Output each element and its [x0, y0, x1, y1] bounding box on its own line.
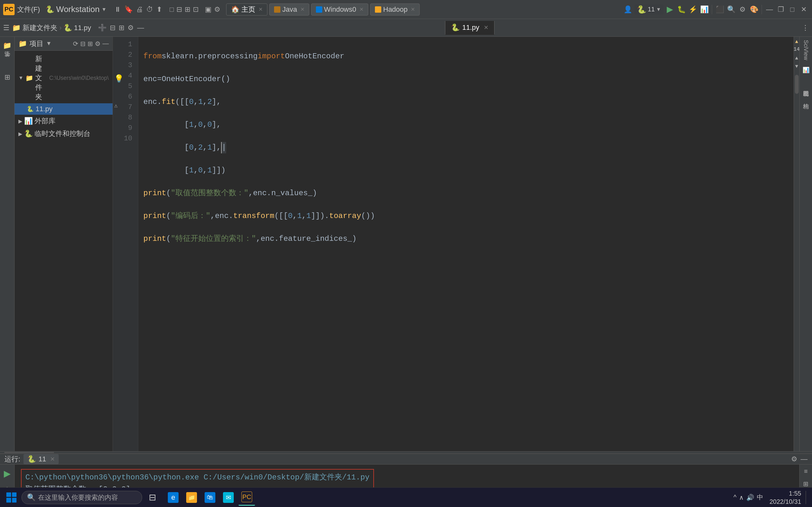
panel-settings-icon[interactable]: ⚙ — [95, 40, 101, 48]
run-settings-icon[interactable]: ⚙ — [791, 455, 798, 463]
pycharm-logo: 🐍 — [46, 5, 54, 14]
sciview-tab[interactable]: SciView — [803, 40, 809, 60]
panel-dropdown-arrow[interactable]: ▼ — [46, 40, 52, 47]
warning-count-badge: ▲ — [795, 38, 798, 46]
restore-button[interactable]: □ — [787, 4, 798, 14]
debug-button[interactable]: 🐛 — [676, 4, 687, 14]
scrollbar-thumb[interactable] — [795, 75, 799, 94]
panel-right-icon[interactable]: 📊 — [803, 66, 809, 73]
tab-hadoop-close[interactable]: ✕ — [411, 6, 415, 12]
taskbar-search[interactable]: 🔍 在这里输入你要搜索的内容 — [21, 491, 142, 504]
nav-up-icon[interactable]: ▲ — [795, 55, 798, 62]
stop-button[interactable]: ⬛ — [715, 4, 725, 14]
dropdown-arrow[interactable]: ▼ — [101, 7, 107, 12]
run-sidebar-icon2[interactable]: ⊞ — [803, 480, 809, 488]
taskbar-app-edge[interactable]: e — [165, 489, 182, 506]
file-tab-11py[interactable]: 🐍 11.py ✕ — [445, 21, 495, 35]
taskbar-app-store[interactable]: 🛍 — [202, 489, 218, 506]
expand-icon[interactable]: ⊞ — [119, 24, 124, 32]
history-icon[interactable]: ⏱ — [146, 5, 153, 14]
lib-icon: 📊 — [24, 117, 33, 125]
taskbar-task-view[interactable]: ⊟ — [144, 489, 160, 506]
print-icon[interactable]: 🖨 — [136, 5, 143, 14]
search-button[interactable]: 🔍 — [726, 4, 736, 14]
file-menu[interactable]: 文件(F) — [17, 5, 40, 14]
taskbar-app-mail[interactable]: ✉ — [220, 489, 237, 506]
run-button[interactable]: ▶ — [665, 4, 675, 14]
run-minimize-icon[interactable]: — — [801, 455, 808, 463]
file-tab-close[interactable]: ✕ — [484, 24, 489, 31]
systray-network-icon: ∧ — [739, 494, 744, 501]
taskbar-right: ^ ∧ 🔊 中 1:55 2022/10/31 — [730, 489, 809, 506]
code-content[interactable]: from sklearn.preprocessing import OneHot… — [138, 37, 794, 451]
user-button[interactable]: 👤 — [623, 4, 633, 14]
more-icon[interactable]: ⋮ — [802, 24, 809, 32]
layout2-icon[interactable]: ⊟ — [176, 5, 182, 14]
panel-collapse-all-icon[interactable]: ⊟ — [80, 40, 86, 48]
sidebar-bookmarks-icon[interactable]: 书签 — [2, 56, 13, 67]
upload-icon[interactable]: ⬆ — [156, 5, 162, 14]
panel-header: 📁 项目 ▼ ⟳ ⊟ ⊞ ⚙ — — [14, 37, 113, 51]
add-item-icon[interactable]: ➕ — [98, 24, 107, 32]
pause-icon[interactable]: ⏸ — [114, 5, 121, 14]
close-button[interactable]: ✕ — [799, 4, 809, 14]
profiler-button[interactable]: 📊 — [699, 4, 709, 14]
panel-toggle-icon[interactable]: ☰ — [3, 24, 9, 32]
search-placeholder: 在这里输入你要搜索的内容 — [38, 493, 118, 502]
tree-item-lib[interactable]: ▶ 📊 外部库 — [14, 115, 113, 127]
run-play-button[interactable]: ▶ — [2, 468, 13, 479]
run-coverage-button[interactable]: ⚡ — [688, 4, 698, 14]
home-icon: 🏠 — [231, 5, 240, 14]
panel-close-icon[interactable]: — — [102, 40, 109, 48]
tree-root-folder[interactable]: ▼ 📁 新建文件夹 C:\Users\win0\Desktop\ — [14, 53, 113, 103]
title-bar-left: PC 文件(F) 🐍 Workstation ▼ ⏸ 🔖 🖨 ⏱ ⬆ □ ⊟ ⊞… — [3, 3, 620, 15]
taskbar-app-explorer[interactable]: 📁 — [183, 489, 200, 506]
tab-java[interactable]: Java ✕ — [269, 3, 309, 15]
layout4-icon[interactable]: ⊡ — [193, 5, 199, 14]
tab-java-label: Java — [282, 5, 297, 14]
tab-java-close[interactable]: ✕ — [300, 6, 305, 12]
start-button[interactable] — [3, 489, 20, 506]
tree-item-temp[interactable]: ▶ 🐍 临时文件和控制台 — [14, 127, 113, 140]
maximize-button[interactable]: ❐ — [776, 4, 786, 14]
bulb-icon[interactable]: 💡 — [114, 73, 124, 85]
taskbar-app-pycharm[interactable]: PC — [239, 489, 255, 506]
right-scroll[interactable]: ▲ 14 ▲ ▼ — [794, 37, 799, 451]
code-editor[interactable]: 💡 ⚠ 1 2 3 4 5 6 7 8 9 10 from sklea — [113, 37, 799, 451]
show-desktop-button[interactable] — [806, 491, 809, 504]
panel-expand-all-icon[interactable]: ⊞ — [88, 40, 93, 48]
tab-home-close[interactable]: ✕ — [258, 6, 263, 12]
settings-button[interactable]: ⚙ — [738, 4, 748, 14]
tree-item-11py[interactable]: 🐍 11.py — [14, 103, 113, 115]
tab-hadoop[interactable]: Hadoop ✕ — [370, 3, 420, 15]
breadcrumb-file[interactable]: 11.py — [74, 24, 91, 32]
breadcrumb-root[interactable]: 新建文件夹 — [22, 23, 57, 33]
systray-icons[interactable]: ^ ∧ 🔊 中 — [730, 492, 766, 503]
tab-windows0[interactable]: Windows0 ✕ — [311, 3, 368, 15]
workstation-title: Workstation — [56, 4, 100, 14]
h-divider[interactable]: ━━━━━━━━━━━━━ — [0, 451, 812, 454]
nav-down-icon[interactable]: ▼ — [795, 63, 798, 70]
panel-sync-icon[interactable]: ⟳ — [73, 40, 78, 48]
theme-button[interactable]: 🎨 — [749, 4, 759, 14]
layout3-icon[interactable]: ⊞ — [185, 5, 190, 14]
run-config-arrow[interactable]: ▼ — [656, 7, 661, 12]
tab-home[interactable]: 🏠 主页 ✕ — [226, 3, 267, 15]
sidebar-structure-icon[interactable]: ⊞ — [2, 72, 13, 83]
terminal-icon[interactable]: ▣ — [205, 5, 212, 14]
bookmark-icon[interactable]: 🔖 — [124, 5, 133, 14]
run-sidebar-icon1[interactable]: ≡ — [804, 468, 808, 475]
clock[interactable]: 1:55 2022/10/31 — [769, 489, 801, 506]
settings-panel-icon[interactable]: ⚙ — [128, 24, 134, 32]
sidebar-project-icon[interactable]: 📁 — [2, 40, 13, 51]
edge-icon: e — [168, 492, 179, 503]
minimize-button[interactable]: — — [764, 4, 774, 14]
project-panel: 📁 项目 ▼ ⟳ ⊟ ⊞ ⚙ — ▼ 📁 新建文件夹 C:\Users\win0… — [14, 37, 113, 451]
tab-win-close[interactable]: ✕ — [359, 6, 363, 12]
run-tab-close[interactable]: ✕ — [50, 456, 55, 463]
config-icon[interactable]: ⚙ — [214, 5, 220, 14]
close-panel-icon[interactable]: — — [137, 24, 144, 32]
collapse-icon[interactable]: ⊟ — [110, 24, 115, 32]
run-tab[interactable]: 🐍 11 ✕ — [23, 454, 58, 464]
layout1-icon[interactable]: □ — [170, 5, 174, 14]
